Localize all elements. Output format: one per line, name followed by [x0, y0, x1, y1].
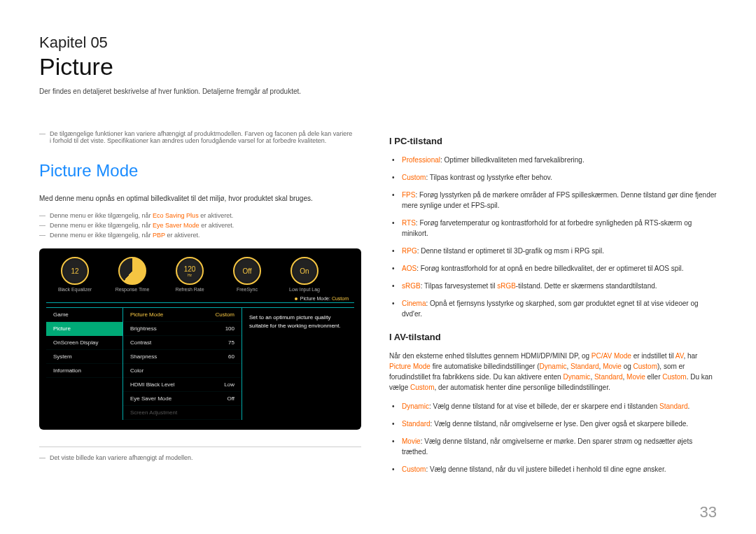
list-item: Dynamic: Vælg denne tilstand for at vise…: [402, 401, 717, 412]
osd-setting-row[interactable]: Brightness100: [123, 322, 241, 336]
list-item: Professional: Optimer billedkvaliteten m…: [402, 155, 717, 165]
list-item: Standard: Vælg denne tilstand, når omgiv…: [402, 419, 717, 429]
footnote-eco: Denne menu er ikke tilgængelig, når Eco …: [39, 212, 361, 219]
osd-nav: GamePictureOnScreen DisplaySystemInforma…: [46, 308, 123, 420]
av-mode-heading: I AV-tilstand: [389, 332, 717, 342]
intro-text: Med denne menu opnås en optimal billedkv…: [39, 193, 361, 204]
left-column: De tilgængelige funktioner kan variere a…: [39, 130, 361, 482]
osd-panel: 12Black EqualizerResponse Time120HzRefre…: [39, 248, 361, 430]
osd-setting-row[interactable]: Eye Saver ModeOff: [123, 392, 241, 406]
page-number: 33: [700, 503, 717, 521]
pc-mode-heading: I PC-tilstand: [389, 136, 717, 146]
list-item: Cinema: Opnå et fjernsyns lysstyrke og s…: [402, 298, 717, 319]
right-column: I PC-tilstand Professional: Optimer bill…: [389, 130, 717, 482]
list-item: sRGB: Tilpas farvesystemet til sRGB-tils…: [402, 281, 717, 291]
list-item: RPG: Denne tilstand er optimeret til 3D-…: [402, 246, 717, 256]
osd-nav-item[interactable]: OnScreen Display: [46, 336, 122, 350]
page-subtitle: Der findes en detaljeret beskrivelse af …: [39, 87, 717, 95]
osd-setting-row[interactable]: Contrast75: [123, 336, 241, 350]
osd-nav-item[interactable]: Picture: [46, 322, 122, 336]
section-heading-picture-mode: Picture Mode: [39, 161, 361, 181]
footnote-image-vary: Det viste billede kan variere afhængigt …: [39, 454, 361, 461]
page-title: Picture: [39, 53, 717, 80]
osd-setting-row[interactable]: Sharpness60: [123, 350, 241, 364]
gauge: OffFreeSync: [223, 257, 272, 292]
gauge: OnLow Input Lag: [280, 257, 329, 292]
osd-mode-row: Picture Mode: Custom: [46, 295, 354, 303]
gauge: 12Black Equalizer: [50, 257, 99, 292]
osd-description: Set to an optimum picture quality suitab…: [242, 308, 354, 420]
divider: [39, 447, 361, 447]
osd-nav-item[interactable]: Game: [46, 308, 122, 322]
osd-setting-row[interactable]: HDMI Black LevelLow: [123, 378, 241, 392]
osd-settings: Picture ModeCustomBrightness100Contrast7…: [123, 308, 242, 420]
chapter-label: Kapitel 05: [39, 34, 717, 52]
footnote-pbp: Denne menu er ikke tilgængelig, når PBP …: [39, 232, 361, 239]
footnote-eye: Denne menu er ikke tilgængelig, når Eye …: [39, 222, 361, 229]
list-item: Custom: Vælg denne tilstand, når du vil …: [402, 464, 717, 475]
footnote-model-vary: De tilgængelige funktioner kan variere a…: [39, 130, 361, 144]
list-item: Movie: Vælg denne tilstand, når omgivels…: [402, 436, 717, 457]
osd-nav-item[interactable]: Information: [46, 364, 122, 378]
osd-setting-row: Screen Adjustment: [123, 406, 241, 420]
gauge: 120HzRefresh Rate: [165, 257, 214, 292]
osd-setting-row[interactable]: Color: [123, 364, 241, 378]
list-item: AOS: Forøg kontrastforhold for at opnå e…: [402, 263, 717, 274]
osd-nav-item[interactable]: System: [46, 350, 122, 364]
list-item: Custom: Tilpas kontrast og lysstyrke eft…: [402, 172, 717, 183]
osd-setting-row[interactable]: Picture ModeCustom: [123, 308, 241, 322]
list-item: FPS: Forøg lysstyrken på de mørkere områ…: [402, 190, 717, 211]
gauge: Response Time: [108, 257, 157, 292]
list-item: RTS: Forøg farvetemperatur og kontrastfo…: [402, 218, 717, 239]
av-mode-paragraph: Når den eksterne enhed tilsluttes gennem…: [389, 351, 717, 393]
